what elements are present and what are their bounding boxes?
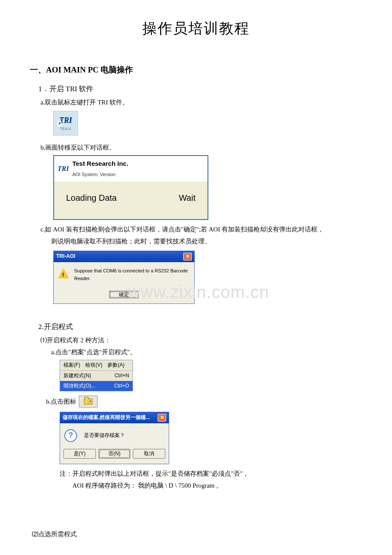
warning-icon (58, 268, 69, 278)
file-menu: 檔案(F) 檢視(V) 參數(A) 新建程式(N) Ctrl+N 開啓程式(O)… (60, 360, 133, 391)
loading-title: Test Research Inc. (72, 160, 128, 167)
loading-wait: Wait (179, 191, 196, 205)
step-1c-text-1: c.如 AOI 装有扫描枪则会弹出以下对话框，请点击"确定";若 AOI 有加装… (40, 224, 362, 234)
note-1: 注：开启程式时弹出以上对话框，提示"是否储存档案"必须点"否"， (60, 468, 362, 479)
section-1-heading: 一、AOI MAIN PC 电脑操作 (30, 64, 362, 76)
close-icon[interactable]: ✕ (183, 253, 192, 260)
step-1-heading: 1．开启 TRI 软件 (38, 83, 362, 95)
step-2b-row: b.点击图标 (46, 396, 362, 408)
triaoi-title: TRI-AOI (56, 252, 75, 260)
tri-desktop-icon[interactable]: TRI TRAOI (53, 111, 78, 136)
triaoi-dialog: TRI-AOI ✕ Suppose that COM6 is connected… (53, 251, 195, 304)
save-titlebar: 儲存現在的檔案,然後再開啓另一個檔... ✕ (60, 412, 169, 423)
cancel-button[interactable]: 取消 (133, 449, 165, 459)
menu-view[interactable]: 檢視(V) (85, 361, 102, 369)
step-1b-text: b.画面转移至以下对话框。 (40, 142, 362, 153)
save-body: ? 是否要儲存檔案？ (60, 423, 169, 445)
triaoi-button-row: 確定 (54, 286, 194, 304)
menu-open-label: 開啓程式(O)... (63, 382, 95, 390)
step-2b-text: b.点击图标 (46, 396, 76, 407)
menu-item-open[interactable]: 開啓程式(O)... Ctrl+O (60, 381, 133, 391)
step-2-sub1: ⑴开启程式有 2 种方法： (40, 335, 362, 345)
save-title: 儲存現在的檔案,然後再開啓另一個檔... (63, 413, 150, 422)
question-icon: ? (64, 429, 77, 442)
tri-brand-icon: TRI (58, 163, 69, 174)
triaoi-body: Suppose that COM6 is connected to a RS23… (54, 262, 194, 286)
close-icon[interactable]: ✕ (158, 414, 166, 422)
page-title: 操作员培训教程 (30, 17, 362, 40)
menu-bar: 檔案(F) 檢視(V) 參數(A) (60, 360, 133, 370)
step-1c-text-2: 则说明电脑读取不到扫描枪；此时，需要找技术员处理。 (51, 236, 362, 246)
ok-button[interactable]: 確定 (109, 291, 139, 298)
folder-open-icon (84, 399, 92, 405)
save-message: 是否要儲存檔案？ (84, 431, 125, 439)
save-prompt-dialog: 儲存現在的檔案,然後再開啓另一個檔... ✕ ? 是否要儲存檔案？ 是(Y) 否… (60, 412, 169, 464)
menu-file[interactable]: 檔案(F) (63, 361, 80, 369)
loading-body: Loading Data Wait (54, 182, 208, 219)
save-button-row: 是(Y) 否(N) 取消 (60, 445, 169, 464)
yes-button[interactable]: 是(Y) (63, 449, 96, 459)
tri-logo-icon: TRI (59, 114, 72, 127)
triaoi-message: Suppose that COM6 is connected to a RS23… (74, 267, 190, 282)
loading-header: TRI Test Research Inc. AOI System, Versi… (54, 156, 208, 182)
menu-item-new[interactable]: 新建程式(N) Ctrl+N (60, 371, 133, 381)
open-toolbar-button[interactable] (79, 396, 98, 408)
loading-status: Loading Data (66, 191, 117, 205)
menu-new-label: 新建程式(N) (63, 372, 91, 380)
menu-params[interactable]: 參數(A) (107, 361, 124, 369)
no-button[interactable]: 否(N) (98, 449, 131, 459)
step-2-sub2: ⑵点选所需程式 (32, 529, 362, 539)
menu-open-shortcut: Ctrl+O (114, 382, 129, 390)
loading-subtitle: AOI System, Version (72, 172, 115, 177)
step-2a-text: a.点击"档案"点选"开启程式"。 (51, 347, 362, 357)
triaoi-titlebar: TRI-AOI ✕ (54, 251, 194, 262)
loading-dialog: TRI Test Research Inc. AOI System, Versi… (53, 155, 208, 220)
step-1a-text: a.双击鼠标左键打开 TRI 软件。 (40, 97, 362, 107)
step-2-heading: 2.开启程式 (38, 321, 362, 332)
tri-icon-label: TRAOI (60, 127, 71, 132)
note-2: AOI 程序储存路径为： 我的电脑 \ D \ 7500 Program 。 (72, 480, 362, 491)
menu-new-shortcut: Ctrl+N (115, 372, 129, 380)
